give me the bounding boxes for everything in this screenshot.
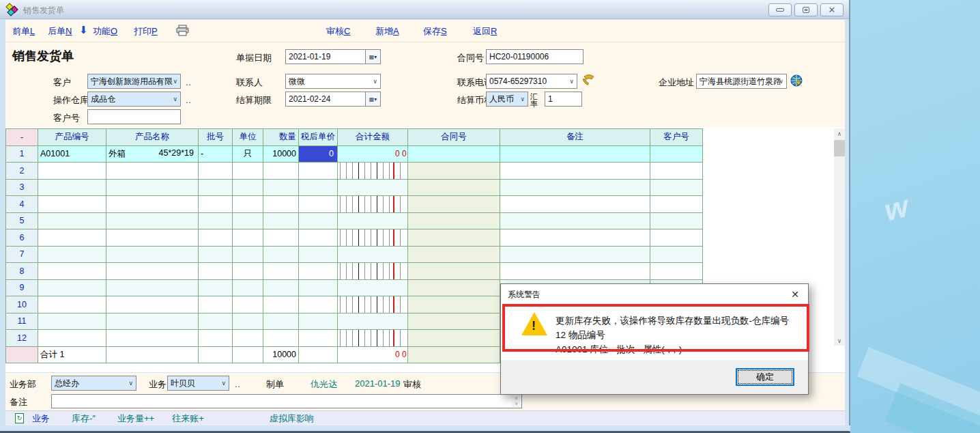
prev-doc-button[interactable]: 前单L [12,25,35,38]
clerk-lookup-button[interactable]: .. [235,380,241,389]
table-row[interactable]: 5 [6,212,703,229]
company-addr-label: 企业地址 [659,76,694,89]
table-row[interactable]: 3 [6,179,703,196]
footer-note-row: 备注 ∧∨ [5,393,845,410]
contract-cell [408,145,500,163]
globe-icon[interactable] [790,74,803,89]
print-button[interactable]: 打印P [134,25,158,38]
minimize-button[interactable] [768,3,792,16]
warehouse-select[interactable]: 成品仓∨ [87,92,181,107]
total-qty: 10000 [263,346,299,363]
settle-date-input[interactable]: 2021-02-24 ▦▾ [285,92,381,107]
ok-button[interactable]: 确定 [736,368,794,386]
table-row[interactable]: 4 [6,196,703,213]
dialog-close-icon[interactable]: ✕ [788,288,803,301]
maker-value: 仇光达 [311,378,337,391]
customer-no-input[interactable] [87,109,181,124]
selected-cell[interactable]: 0 [299,145,338,163]
settle-date-label: 结算期限 [236,94,272,107]
calendar-icon[interactable]: ▦▾ [365,92,380,106]
table-row[interactable]: 8 [6,263,703,280]
note-input[interactable]: ∧∨ [51,394,522,408]
add-new-button[interactable]: 新增A [375,25,399,38]
bottom-tabbar: ↻ 业务库存-″业务量++往来账+虚拟库影响 [5,410,845,425]
page-title: 销售发货单 [12,48,74,64]
product-code-cell: A01001 [38,145,106,163]
product-name-cell: 外箱45*29*19 [106,145,199,163]
printer-icon[interactable] [176,25,189,39]
window-title: 销售发货单 [23,5,64,16]
vertical-scrollbar[interactable]: ∧ ∨ [834,128,845,346]
save-button[interactable]: 保存S [423,25,447,38]
customer-label: 客户 [53,76,71,89]
amount-ledger-cell: 00 [338,145,408,163]
customer-no-label: 客户号 [53,112,80,124]
back-button[interactable]: 返回R [473,25,497,38]
refresh-doc-icon: ↻ [15,413,24,423]
total-ledger-cell: 00 [338,346,408,363]
table-row[interactable]: 1 A01001 外箱45*29*19 - 只 10000 0 00 [6,145,703,163]
functions-button[interactable]: 功能O [93,25,117,38]
toolbar: 前单L 后单N ⬇ 功能O 打印P 审核C 新增A 保存S 返回R [5,20,845,42]
tab-inventory[interactable]: 库存-″ [72,413,96,425]
clerk-select[interactable]: 叶贝贝∨ [167,376,229,391]
customer-select[interactable]: 宁海创新旅游用品有限∨ [87,74,181,89]
qty-cell: 10000 [263,145,299,163]
dept-label: 业务部 [10,378,36,391]
contract-no-label: 合同号 [457,52,484,64]
note-label: 备注 [10,396,27,408]
unit-cell: 只 [233,145,263,163]
audit-button[interactable]: 审核C [326,25,350,38]
company-addr-select[interactable]: 宁海县桃源街道竹泉路∨ [696,74,787,89]
scrollbar-thumb[interactable] [834,140,845,156]
rate-input[interactable]: 1 [545,92,582,107]
row-number-cell: 1 [6,145,38,163]
table-row[interactable]: 7 [6,246,703,263]
wallpaper-letter: w [880,189,911,228]
doc-date-input[interactable]: 2021-01-19 ▦▾ [285,49,381,64]
phone-select[interactable]: 0574-65297310∨ [486,74,577,89]
table-row[interactable]: 6 [6,229,703,247]
total-label: 合计 1 [38,346,106,363]
next-doc-button[interactable]: 后单N [48,25,72,38]
rate-label: 汇率 [530,93,539,108]
contract-no-input[interactable]: HC20-01190006 [486,49,583,64]
form-header: 销售发货单 客户 宁海创新旅游用品有限∨ .. 操作仓库 成品仓∨ .. 客户号… [5,42,845,127]
currency-select[interactable]: 人民币∨ [486,92,528,107]
calendar-icon[interactable]: ▦▾ [365,50,380,64]
doc-date-label: 单据日期 [236,52,272,64]
scroll-up-icon[interactable]: ∧ [834,128,845,139]
contact-label: 联系人 [236,76,263,89]
red-annotation-box [502,304,809,352]
customer-no-cell [650,145,703,163]
audit-label: 审核 [403,378,421,391]
warning-dialog: 系统警告 ✕ ! 更新库存失败，该操作将导致库存数量出现负数-仓库编号 12 物… [500,283,809,395]
contact-select[interactable]: 微微∨ [285,74,381,89]
spinner-icon[interactable]: ∧∨ [512,395,521,407]
scroll-down-icon[interactable]: ∨ [834,335,845,346]
maker-date: 2021-01-19 [355,378,401,389]
dept-select[interactable]: 总经办∨ [51,376,136,391]
customer-lookup-button[interactable]: .. [186,78,192,87]
app-icon [5,3,19,16]
app-window: 销售发货单 ✕ 前单L 后单N ⬇ 功能O 打印P 审核C 新增A 保存S 返回… [0,0,850,433]
tab-virtual-stock[interactable]: 虚拟库影响 [270,413,314,425]
down-arrow-icon: ⬇ [79,24,88,36]
close-button[interactable]: ✕ [820,3,844,16]
warehouse-label: 操作仓库 [53,94,89,107]
note-cell [500,145,650,163]
tab-volume[interactable]: 业务量++ [117,413,154,425]
table-row[interactable]: 2 [6,163,703,180]
table-header-row: - 产品编号 产品名称 批号 单位 数量 税后单价 合计金额 合同号 备注 客户… [6,129,703,146]
tab-business[interactable]: 业务 [32,413,50,425]
batch-cell: - [199,145,233,163]
titlebar[interactable]: 销售发货单 ✕ [0,0,849,19]
restore-button[interactable] [794,3,818,16]
warehouse-lookup-button[interactable]: .. [186,96,192,105]
dialog-title: 系统警告 [508,289,541,301]
dialog-footer: 确定 [501,360,808,394]
window-bottom-border [0,425,850,431]
phone-icon[interactable] [582,74,596,90]
maker-label: 制单 [266,378,284,391]
tab-accounts[interactable]: 往来账+ [172,413,204,425]
